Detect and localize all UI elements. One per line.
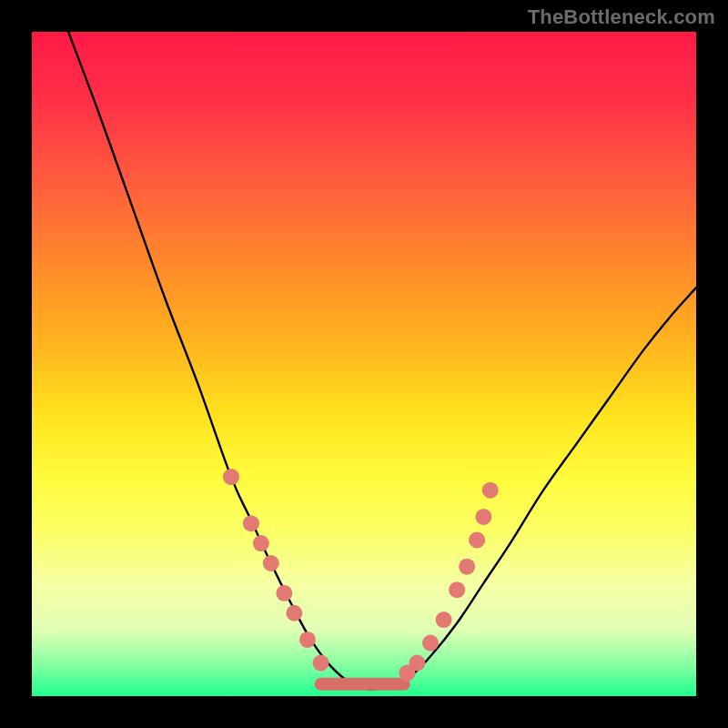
chart-frame: TheBottleneck.com xyxy=(0,0,728,728)
bottleneck-curve-left xyxy=(68,32,370,690)
data-dot xyxy=(469,531,485,548)
data-dot xyxy=(263,555,279,571)
data-dot xyxy=(276,585,292,602)
data-dots-left xyxy=(223,469,329,671)
bottleneck-curve-right xyxy=(370,288,696,690)
chart-svg xyxy=(32,32,696,696)
data-dot xyxy=(253,535,269,551)
data-dot xyxy=(223,469,239,485)
data-dot xyxy=(482,482,499,499)
data-dot xyxy=(422,635,439,652)
data-dot xyxy=(436,612,452,628)
data-dot xyxy=(409,655,425,672)
data-dot xyxy=(286,605,302,622)
data-dot xyxy=(299,632,316,648)
data-dot xyxy=(449,581,465,598)
data-dot xyxy=(459,559,475,575)
data-dot xyxy=(243,515,259,531)
data-dot xyxy=(475,509,491,525)
watermark-text: TheBottleneck.com xyxy=(528,5,715,29)
data-dot xyxy=(313,655,329,672)
plot-area xyxy=(32,32,696,696)
